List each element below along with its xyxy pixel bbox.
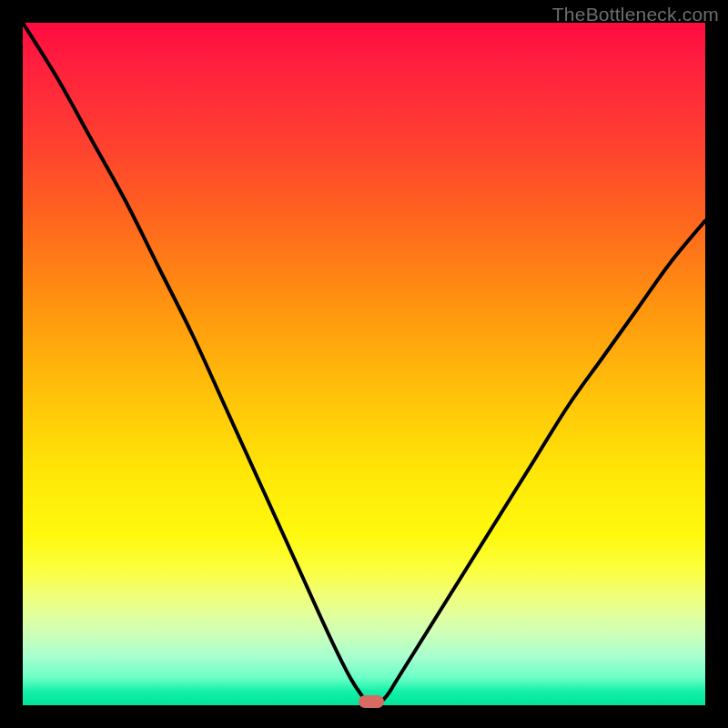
plot-area: [23, 23, 705, 705]
watermark-text: TheBottleneck.com: [552, 4, 719, 25]
chart-frame: TheBottleneck.com: [0, 0, 728, 728]
optimal-point-marker: [359, 695, 384, 708]
bottleneck-curve: [23, 23, 705, 705]
